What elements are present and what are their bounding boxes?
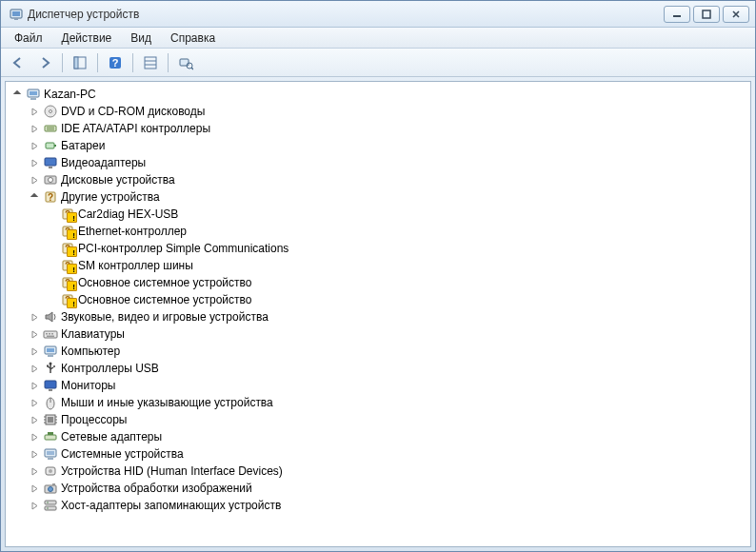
unknown-device-icon: ? bbox=[59, 207, 76, 222]
menu-help[interactable]: Справка bbox=[161, 30, 225, 47]
network-icon bbox=[42, 429, 59, 444]
tree-category-node[interactable]: Клавиатуры bbox=[8, 325, 748, 343]
tree-category-node[interactable]: Устройства обработки изображений bbox=[8, 480, 748, 497]
tree-category-node[interactable]: IDE ATA/ATAPI контроллеры bbox=[8, 120, 748, 137]
unknown-device-icon: ? bbox=[59, 275, 76, 290]
expand-toggle[interactable] bbox=[29, 500, 40, 511]
tree-category-node[interactable]: Системные устройства bbox=[8, 445, 748, 463]
show-hide-tree-button[interactable] bbox=[69, 51, 91, 74]
tree-category-node[interactable]: Батареи bbox=[8, 137, 748, 154]
expand-toggle[interactable] bbox=[29, 465, 40, 477]
svg-rect-68 bbox=[48, 432, 53, 435]
tree-category-node[interactable]: Сетевые адаптеры bbox=[8, 428, 748, 445]
tree-category-node[interactable]: Дисковые устройства bbox=[8, 171, 748, 188]
expand-toggle[interactable] bbox=[29, 363, 40, 374]
menu-file[interactable]: Файл bbox=[5, 30, 52, 47]
help-button[interactable]: ? bbox=[104, 51, 127, 74]
svg-rect-16 bbox=[30, 91, 37, 95]
expand-toggle[interactable] bbox=[29, 140, 40, 151]
svg-text:?: ? bbox=[65, 227, 70, 237]
tree-node-label: Мониторы bbox=[59, 379, 117, 392]
svg-point-75 bbox=[49, 487, 53, 492]
cpu-icon bbox=[42, 412, 59, 427]
collapse-toggle[interactable] bbox=[11, 89, 23, 100]
close-button[interactable] bbox=[723, 6, 749, 23]
menubar: Файл Действие Вид Справка bbox=[1, 28, 755, 49]
tree-category-node[interactable]: Видеоадаптеры bbox=[8, 154, 748, 171]
tree-node-label: Car2diag HEX-USB bbox=[76, 207, 180, 221]
minimize-button[interactable] bbox=[664, 6, 690, 23]
tree-device-node[interactable]: ? PCI-контроллер Simple Communications bbox=[8, 240, 748, 257]
other-icon: ? bbox=[42, 189, 59, 205]
toolbar-separator bbox=[168, 53, 169, 72]
tree-node-label: Устройства HID (Human Interface Devices) bbox=[59, 464, 285, 478]
back-button[interactable] bbox=[7, 51, 30, 74]
svg-rect-49 bbox=[47, 348, 54, 352]
tree-device-node[interactable]: ? Ethernet-контроллер bbox=[8, 223, 748, 240]
expand-toggle[interactable] bbox=[29, 106, 40, 117]
toolbar: ? bbox=[1, 49, 755, 77]
minimize-icon bbox=[672, 10, 682, 19]
expand-toggle[interactable] bbox=[29, 483, 40, 494]
tree-category-node[interactable]: Процессоры bbox=[8, 411, 748, 428]
expand-toggle[interactable] bbox=[29, 123, 40, 134]
expand-toggle[interactable] bbox=[29, 157, 40, 168]
tree-category-node[interactable]: Хост-адаптеры запоминающих устройств bbox=[8, 497, 748, 514]
expand-toggle[interactable] bbox=[29, 431, 40, 443]
battery-icon bbox=[42, 138, 59, 153]
tree-category-node[interactable]: Устройства HID (Human Interface Devices) bbox=[8, 463, 748, 480]
tree-category-node[interactable]: Контроллеры USB bbox=[8, 360, 748, 377]
expand-toggle[interactable] bbox=[29, 448, 40, 460]
tree-category-node[interactable]: Звуковые, видео и игровые устройства bbox=[8, 308, 748, 325]
svg-text:?: ? bbox=[65, 278, 70, 288]
expand-toggle[interactable] bbox=[29, 397, 40, 408]
expand-toggle[interactable] bbox=[29, 174, 40, 186]
toolbar-separator bbox=[97, 53, 98, 72]
tree-node-label: Звуковые, видео и игровые устройства bbox=[59, 310, 270, 324]
tree-node-label: Устройства обработки изображений bbox=[59, 482, 254, 495]
expand-toggle[interactable] bbox=[29, 311, 40, 323]
svg-rect-46 bbox=[51, 333, 53, 335]
expand-toggle[interactable] bbox=[29, 345, 40, 357]
svg-rect-44 bbox=[46, 333, 48, 335]
svg-rect-9 bbox=[145, 57, 156, 69]
tree-category-node[interactable]: Мониторы bbox=[8, 377, 748, 394]
window-controls bbox=[664, 6, 749, 23]
tree-category-node[interactable]: ? Другие устройства bbox=[8, 188, 748, 206]
forward-button[interactable] bbox=[33, 51, 56, 74]
window-title: Диспетчер устройств bbox=[28, 8, 664, 21]
tree-category-node[interactable]: Мыши и иные указывающие устройства bbox=[8, 394, 748, 411]
tree-device-node[interactable]: ? SM контроллер шины bbox=[8, 257, 748, 274]
collapse-toggle[interactable] bbox=[29, 191, 40, 203]
svg-rect-47 bbox=[47, 336, 54, 338]
close-icon bbox=[731, 10, 741, 19]
svg-rect-1 bbox=[12, 11, 20, 16]
tree-node-label: Основное системное устройство bbox=[76, 276, 253, 289]
expand-toggle[interactable] bbox=[29, 328, 40, 340]
menu-action[interactable]: Действие bbox=[52, 30, 122, 47]
toolbar-separator bbox=[62, 53, 63, 72]
menu-view[interactable]: Вид bbox=[121, 30, 161, 47]
device-tree-panel: Kazan-PC DVD и CD-ROM дисководы IDE ATA/… bbox=[5, 81, 751, 547]
tree-category-node[interactable]: DVD и CD-ROM дисководы bbox=[8, 103, 748, 120]
maximize-button[interactable] bbox=[693, 6, 720, 23]
expand-toggle[interactable] bbox=[29, 380, 40, 391]
device-tree: Kazan-PC DVD и CD-ROM дисководы IDE ATA/… bbox=[8, 86, 748, 514]
tree-node-label: Мыши и иные указывающие устройства bbox=[59, 396, 275, 409]
scan-hardware-button[interactable] bbox=[174, 51, 197, 74]
tree-category-node[interactable]: Компьютер bbox=[8, 343, 748, 360]
tree-node-label: SM контроллер шины bbox=[76, 259, 195, 272]
svg-rect-53 bbox=[47, 365, 49, 367]
expand-toggle[interactable] bbox=[29, 414, 40, 425]
tree-device-node[interactable]: ? Car2diag HEX-USB bbox=[8, 206, 748, 223]
tree-device-node[interactable]: ? Основное системное устройство bbox=[8, 291, 748, 308]
tree-node-label: IDE ATA/ATAPI контроллеры bbox=[59, 122, 212, 135]
display-icon bbox=[42, 155, 59, 170]
unknown-device-icon: ? bbox=[59, 258, 76, 273]
svg-line-14 bbox=[191, 68, 193, 69]
tree-device-node[interactable]: ? Основное системное устройство bbox=[8, 274, 748, 291]
svg-rect-2 bbox=[14, 18, 18, 20]
properties-button[interactable] bbox=[139, 51, 162, 74]
tree-root-node[interactable]: Kazan-PC bbox=[8, 86, 748, 103]
monitor-icon bbox=[42, 378, 59, 393]
